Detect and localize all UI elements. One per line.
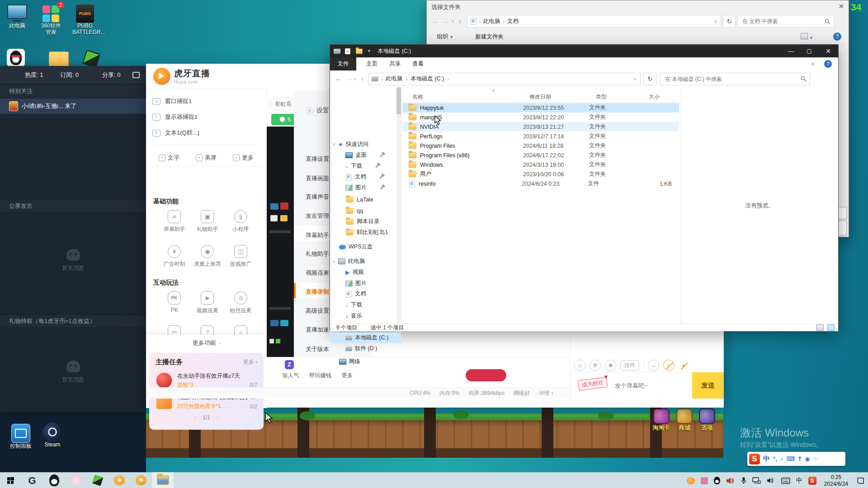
add-more-button[interactable]: +更多 <box>233 154 254 162</box>
taskbar-cube-app[interactable] <box>87 472 108 488</box>
tray-qq-icon[interactable] <box>714 477 720 484</box>
sidebar-desktop[interactable]: 桌面 <box>330 150 401 160</box>
properties-check-icon[interactable]: ✓ <box>345 48 350 54</box>
desktop-icon-360[interactable]: 2 360软件管家 <box>38 5 64 35</box>
sogou-cn-icon[interactable]: 中 <box>763 455 770 463</box>
column-type[interactable]: 类型 <box>596 93 645 101</box>
menu-gift-assistant[interactable]: 礼物助手 <box>306 250 329 258</box>
large-icons-view-icon[interactable] <box>827 324 835 331</box>
emoji-icon[interactable]: ☺ <box>574 360 585 371</box>
feature-mini-program[interactable]: §小程序 <box>224 210 257 233</box>
source-item-monitor-capture[interactable]: ⌗ 显示器捕捉1 <box>152 113 198 121</box>
game-button-taotaoka[interactable]: 淘淘卡 <box>652 408 670 432</box>
taskbar-bunny-app[interactable] <box>65 472 87 488</box>
feature-danmu-assistant[interactable]: ≡弹幕助手 <box>158 210 191 233</box>
sidebar-this-pc[interactable]: ∨此电脑 <box>330 256 401 267</box>
tab-share[interactable]: 共享 <box>389 60 401 68</box>
sidebar-downloads-2[interactable]: ↓下载 <box>330 300 401 310</box>
sogou-input-bar[interactable]: S 中 °, ♪ ⌨ T ◉ ⁘ <box>747 452 845 466</box>
sidebar-qq[interactable]: qq <box>330 206 401 216</box>
sidebar-rainbow-island[interactable]: 耶比彩虹岛1 <box>330 227 401 238</box>
desktop-icon-folder[interactable] <box>49 52 69 67</box>
feature-pk[interactable]: PKPK <box>158 291 191 314</box>
column-size[interactable]: 大小 <box>649 93 660 101</box>
sidebar-scrollbar[interactable] <box>396 87 401 324</box>
file-row[interactable]: resinfo 2024/6/24 0:23文件1 KB <box>402 179 679 188</box>
help-icon[interactable]: ? <box>833 33 841 41</box>
tab-view[interactable]: 查看 <box>412 60 424 68</box>
column-date[interactable]: 修改日期 <box>529 93 592 101</box>
dialog-search-input[interactable] <box>741 18 820 25</box>
special-follow-entry[interactable]: 小i琥i弟i-互働i... 来了 <box>0 99 146 114</box>
send-button[interactable]: 发送 <box>692 372 724 399</box>
back-icon[interactable]: ← <box>335 75 341 82</box>
menu-speech-management[interactable]: 发言管理 <box>306 212 329 220</box>
tab-more[interactable]: 更多 <box>342 372 353 380</box>
file-row[interactable]: 用户 2023/10/20 0:06文件夹 <box>402 169 679 179</box>
minimize-icon[interactable]: — <box>782 47 800 55</box>
tab-file[interactable]: 文件 <box>330 57 356 70</box>
refresh-icon[interactable]: ↻ <box>723 15 736 28</box>
desktop-icon-pubg[interactable]: PUBG PUBGBATTLEGR... <box>72 5 98 35</box>
breadcrumb-this-pc[interactable]: 此电脑 <box>483 18 500 25</box>
detail-link[interactable]: 详情 › <box>539 389 553 397</box>
menu-video-link[interactable]: 视频连麦 <box>306 269 329 277</box>
menu-live-acceleration[interactable]: 直播加速 <box>306 326 329 334</box>
more-features-button[interactable]: 更多功能› <box>146 335 267 351</box>
sogou-punct-icon[interactable]: °, <box>773 455 777 462</box>
explorer-search-box[interactable] <box>660 73 810 85</box>
new-folder-button[interactable]: 新建文件夹 <box>475 33 504 41</box>
feature-gift-assistant[interactable]: ▣礼物助手 <box>191 210 224 233</box>
taskbar-explorer-active[interactable] <box>152 472 174 488</box>
become-fan-badge[interactable]: ♥ 成为粉丝 <box>578 377 608 391</box>
helmet-icon[interactable]: ◒ <box>648 360 659 371</box>
desktop-icon-qq[interactable] <box>7 49 25 67</box>
refresh-icon[interactable]: ↻ <box>643 73 656 85</box>
qat-dropdown-icon[interactable]: ▼ <box>367 49 371 53</box>
sidebar-pictures[interactable]: 图片 <box>330 183 401 193</box>
sidebar-videos[interactable]: ▶视频 <box>330 267 401 277</box>
close-icon[interactable]: ✕ <box>818 47 838 55</box>
tray-mic-icon[interactable] <box>741 477 746 484</box>
up-icon[interactable]: ↑ <box>361 75 364 82</box>
menu-live-sound[interactable]: 直播声音 <box>306 193 329 201</box>
breadcrumb-documents[interactable]: 文档 <box>507 18 519 25</box>
task-item-1[interactable]: 在永劫手游有效开播≥7天 血瓶*30/7 <box>156 372 257 389</box>
recent-dropdown-icon[interactable]: ∨ <box>354 77 357 81</box>
sticker-icon[interactable]: 梗 <box>590 360 601 371</box>
taskbar-clock[interactable]: 0:25 2024/6/24 <box>824 474 848 488</box>
tray-loud-speaker-icon[interactable] <box>726 477 735 484</box>
sidebar-network[interactable]: 网络 <box>330 357 401 367</box>
tray-network-icon[interactable] <box>752 477 761 484</box>
dialog-close-icon[interactable]: ✕ <box>838 2 844 10</box>
back-icon[interactable]: ← <box>432 18 438 25</box>
recent-dropdown-icon[interactable]: ∨ <box>451 19 454 23</box>
tray-keyboard-icon[interactable] <box>781 478 790 484</box>
help-icon[interactable]: ? <box>824 60 832 68</box>
maximize-icon[interactable]: ▢ <box>800 48 818 54</box>
new-folder-qat-icon[interactable] <box>356 48 363 54</box>
explorer-title-bar[interactable]: ✓ ▼ 本地磁盘 (C:) — ▢ ✕ <box>330 45 838 57</box>
forward-icon[interactable]: → <box>443 18 448 25</box>
tray-huya-icon[interactable] <box>687 477 695 484</box>
ribbon-collapse-icon[interactable]: ∧ <box>811 61 814 66</box>
chat-input[interactable] <box>614 372 665 399</box>
game-button-options[interactable]: 选项 <box>699 408 715 432</box>
up-icon[interactable]: ↑ <box>459 18 462 25</box>
source-item-window-capture[interactable]: ▭ 窗口捕捉1 <box>152 97 192 105</box>
file-row[interactable]: Happytuk 2023/8/12 23:55文件夹 <box>402 103 679 113</box>
tasks-prev-button[interactable]: ‹ <box>194 414 196 421</box>
tasks-more-link[interactable]: 更多 › <box>243 358 257 366</box>
lock-icon[interactable] <box>132 72 140 78</box>
tasks-next-button[interactable]: › <box>217 414 218 421</box>
tab-popularity[interactable]: 加人气 <box>282 372 299 380</box>
sidebar-wps-cloud[interactable]: WPS云盘 <box>330 242 401 252</box>
desktop-icon-cube[interactable] <box>82 51 100 67</box>
game-button-shop[interactable]: 商城 <box>676 408 693 432</box>
add-text-button[interactable]: +文字 <box>159 154 179 162</box>
taskbar-huya-1[interactable] <box>108 472 130 488</box>
desktop-icon-this-pc[interactable]: 此电脑 <box>5 5 29 29</box>
taskbar-ghub[interactable]: G <box>21 473 43 488</box>
sidebar-quick-access[interactable]: ∨★快速访问 <box>330 139 401 150</box>
file-row[interactable]: NVIDIA 2023/8/13 21:27文件夹 <box>402 122 679 131</box>
